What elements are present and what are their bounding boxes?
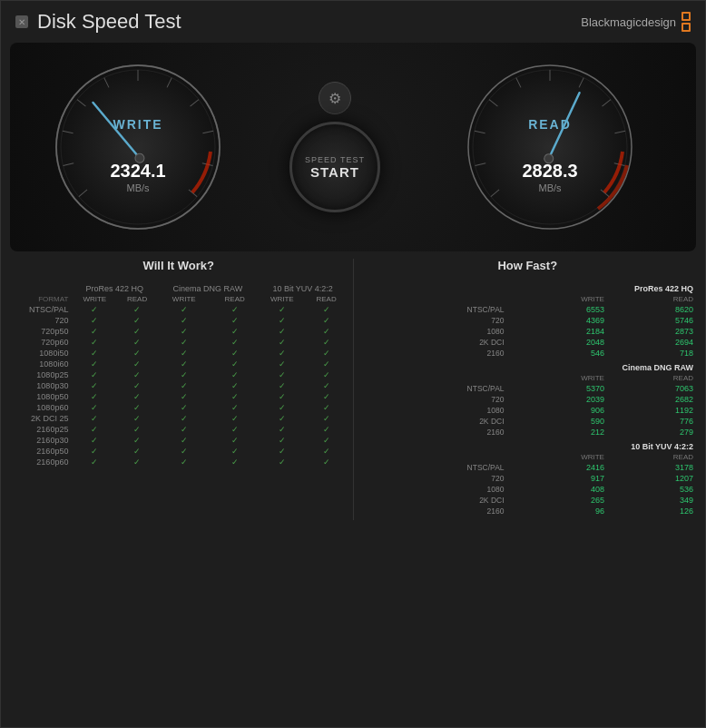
check-cell: ✓ bbox=[259, 337, 306, 348]
table-row: 1080p30✓✓✓✓✓✓ bbox=[10, 380, 348, 391]
format-cell: 1080p50 bbox=[10, 391, 72, 402]
read-cell: 1207 bbox=[607, 473, 696, 484]
yuv-read-header: READ bbox=[306, 294, 348, 304]
check-cell: ✓ bbox=[117, 369, 157, 380]
close-button[interactable]: ✕ bbox=[15, 15, 28, 28]
check-cell: ✓ bbox=[259, 402, 306, 413]
gauge-section: WRITE 2324.1 MB/s ⚙ SPEED TEST START bbox=[10, 43, 696, 251]
check-cell: ✓ bbox=[306, 402, 348, 413]
table-row: 2160p25✓✓✓✓✓✓ bbox=[10, 424, 348, 435]
check-cell: ✓ bbox=[211, 369, 258, 380]
section-title-cell: Cinema DNG RAW bbox=[359, 362, 697, 373]
table-row: 720p60✓✓✓✓✓✓ bbox=[10, 337, 348, 348]
write-label: WRITE bbox=[113, 117, 162, 132]
read-gauge-container: READ 2828.3 MB/s bbox=[446, 61, 654, 233]
data-row: 10809061192 bbox=[359, 405, 697, 416]
data-row: 2160212279 bbox=[359, 427, 697, 438]
check-cell: ✓ bbox=[306, 304, 348, 315]
col-header-cell: WRITE bbox=[507, 452, 607, 462]
check-cell: ✓ bbox=[211, 402, 258, 413]
col-header-row: WRITEREAD bbox=[359, 294, 697, 304]
check-cell: ✓ bbox=[259, 380, 306, 391]
check-cell: ✓ bbox=[306, 369, 348, 380]
check-cell: ✓ bbox=[211, 413, 258, 424]
section-title-cell: 10 Bit YUV 4:2:2 bbox=[359, 441, 697, 452]
check-cell: ✓ bbox=[157, 348, 211, 359]
speed-test-button[interactable]: SPEED TEST START bbox=[289, 122, 380, 212]
data-row: NTSC/PAL53707063 bbox=[359, 383, 697, 394]
write-cell: 5370 bbox=[507, 383, 607, 394]
read-cell: 5746 bbox=[607, 315, 696, 326]
col-header-cell: READ bbox=[607, 452, 696, 462]
check-cell: ✓ bbox=[117, 315, 157, 326]
how-fast-header: How Fast? bbox=[359, 259, 697, 276]
sub-header-row: FORMAT WRITE READ WRITE READ WRITE READ bbox=[10, 294, 348, 304]
how-fast-table: ProRes 422 HQWRITEREADNTSC/PAL6553862072… bbox=[359, 283, 697, 520]
cdng-write-header: WRITE bbox=[157, 294, 211, 304]
label-cell: 2K DCI bbox=[359, 495, 507, 506]
check-cell: ✓ bbox=[259, 359, 306, 369]
check-cell: ✓ bbox=[157, 369, 211, 380]
col-header-row: WRITEREAD bbox=[359, 373, 697, 383]
format-sub-header: FORMAT bbox=[10, 294, 72, 304]
check-cell: ✓ bbox=[306, 446, 348, 457]
write-cell: 2416 bbox=[507, 462, 607, 473]
tables-section: Will It Work? ProRes 422 HQ Cinema DNG R… bbox=[1, 259, 705, 520]
brand-area: Blackmagicdesign bbox=[581, 12, 691, 32]
write-gauge: WRITE 2324.1 MB/s bbox=[52, 61, 224, 233]
read-cell: 349 bbox=[607, 495, 696, 506]
settings-button[interactable]: ⚙ bbox=[319, 82, 351, 114]
col-header-cell bbox=[359, 294, 507, 304]
format-cell: 2160p25 bbox=[10, 424, 72, 435]
col-header-row: ProRes 422 HQ Cinema DNG RAW 10 Bit YUV … bbox=[10, 283, 348, 294]
check-cell: ✓ bbox=[306, 413, 348, 424]
read-cell: 279 bbox=[607, 427, 696, 438]
data-row: 1080408536 bbox=[359, 484, 697, 495]
check-cell: ✓ bbox=[117, 359, 157, 369]
check-cell: ✓ bbox=[211, 337, 258, 348]
check-cell: ✓ bbox=[157, 424, 211, 435]
check-cell: ✓ bbox=[72, 391, 117, 402]
check-cell: ✓ bbox=[306, 380, 348, 391]
check-cell: ✓ bbox=[306, 391, 348, 402]
check-cell: ✓ bbox=[211, 391, 258, 402]
format-cell: 1080i50 bbox=[10, 348, 72, 359]
read-cell: 536 bbox=[607, 484, 696, 495]
cdng-read-header: READ bbox=[211, 294, 258, 304]
check-cell: ✓ bbox=[211, 424, 258, 435]
read-cell: 776 bbox=[607, 416, 696, 427]
check-cell: ✓ bbox=[117, 348, 157, 359]
label-cell: 2K DCI bbox=[359, 337, 507, 348]
check-cell: ✓ bbox=[117, 337, 157, 348]
check-cell: ✓ bbox=[72, 348, 117, 359]
title-bar: ✕ Disk Speed Test Blackmagicdesign bbox=[1, 1, 705, 43]
check-cell: ✓ bbox=[306, 337, 348, 348]
check-cell: ✓ bbox=[211, 446, 258, 457]
col-header-cell bbox=[359, 452, 507, 462]
check-cell: ✓ bbox=[157, 326, 211, 337]
read-gauge-svg: READ 2828.3 MB/s bbox=[446, 61, 654, 233]
read-cell: 2873 bbox=[607, 326, 696, 337]
check-cell: ✓ bbox=[306, 435, 348, 446]
check-cell: ✓ bbox=[72, 402, 117, 413]
check-cell: ✓ bbox=[157, 359, 211, 369]
read-unit: MB/s bbox=[538, 182, 562, 193]
data-row: 2160546718 bbox=[359, 348, 697, 359]
check-cell: ✓ bbox=[306, 326, 348, 337]
check-cell: ✓ bbox=[72, 424, 117, 435]
write-cell: 4369 bbox=[507, 315, 607, 326]
check-cell: ✓ bbox=[259, 326, 306, 337]
check-cell: ✓ bbox=[72, 435, 117, 446]
label-cell: 720 bbox=[359, 394, 507, 405]
check-cell: ✓ bbox=[211, 304, 258, 315]
write-cell: 2039 bbox=[507, 394, 607, 405]
format-cell: 2160p30 bbox=[10, 435, 72, 446]
data-row: 2K DCI20482694 bbox=[359, 337, 697, 348]
table-row: 1080p25✓✓✓✓✓✓ bbox=[10, 369, 348, 380]
check-cell: ✓ bbox=[72, 369, 117, 380]
check-cell: ✓ bbox=[259, 446, 306, 457]
check-cell: ✓ bbox=[211, 435, 258, 446]
check-cell: ✓ bbox=[117, 457, 157, 467]
label-cell: 2160 bbox=[359, 506, 507, 516]
read-cell: 7063 bbox=[607, 383, 696, 394]
